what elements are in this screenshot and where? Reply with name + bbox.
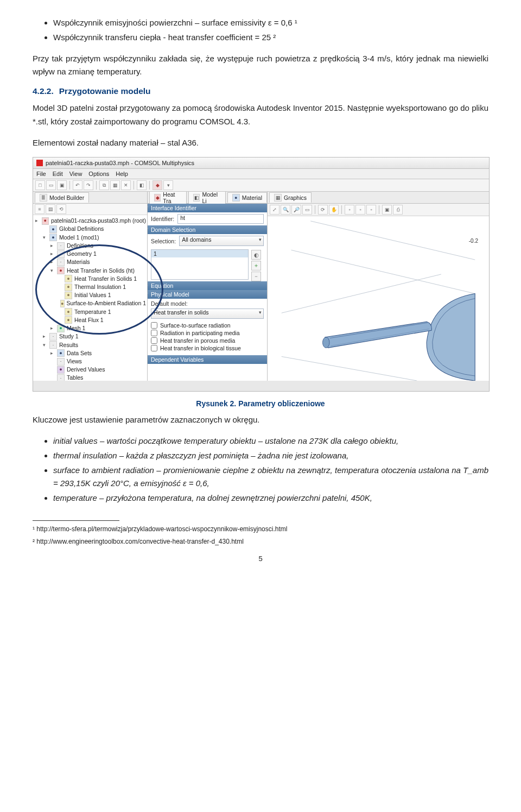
add-icon[interactable]: ＋ xyxy=(251,261,261,270)
domain-list[interactable]: 1 ◐ ＋ － ▦ xyxy=(151,249,249,280)
main-toolbar[interactable]: □ ▭ ▣ ↶ ↷ ⧉ ▦ ✕ ◧ ◆ ▾ xyxy=(33,179,489,192)
tb-redo-icon[interactable]: ↷ xyxy=(84,180,93,190)
default-model-dropdown[interactable]: Heat transfer in solids xyxy=(151,309,264,319)
graphics-viewport[interactable]: -0.2 xyxy=(268,216,489,381)
para-model-prep: Model 3D patelni został przygotowany za … xyxy=(33,102,488,129)
domain-list-item[interactable]: 1 xyxy=(151,250,248,257)
material-tab[interactable]: ●Material xyxy=(227,192,267,203)
tree-node[interactable]: ▾·Results xyxy=(35,341,146,349)
refresh-icon[interactable]: ⟲ xyxy=(56,204,66,214)
expand-icon[interactable]: ≡ xyxy=(35,204,45,214)
equation-header[interactable]: ▸Equation xyxy=(148,281,267,290)
print-icon[interactable]: ⎙ xyxy=(393,205,403,215)
physical-model-header[interactable]: ▾Physical Model xyxy=(148,290,267,299)
zoom-in-icon[interactable]: 🔍 xyxy=(281,205,290,215)
interface-id-header[interactable]: ▾Interface Identifier xyxy=(148,204,267,212)
tree-node[interactable]: ·Tables xyxy=(35,374,146,381)
view-yz-icon[interactable]: ▫ xyxy=(355,205,365,215)
tree-node-label: Global Definitions xyxy=(59,225,104,233)
zoom-extents-icon[interactable]: ⤢ xyxy=(270,205,279,215)
remove-icon[interactable]: － xyxy=(251,272,261,281)
tree-node-label: Heat Transfer in Solids (ht) xyxy=(67,267,135,275)
tb-physics-icon[interactable]: ◆ xyxy=(153,180,162,190)
graphics-toolbar[interactable]: ⤢ 🔍 🔎 ▭ ⟳ ✋ ▫ ▫ ▫ ▣ ⎙ xyxy=(268,204,489,216)
tree-node[interactable]: ●Heat Transfer in Solids 1 xyxy=(35,275,146,283)
physical-model-check[interactable]: Radiation in participating media xyxy=(151,329,264,337)
tree-node[interactable]: ▸·Study 1 xyxy=(35,332,146,341)
zoom-out-icon[interactable]: 🔎 xyxy=(291,205,301,215)
tree-node-icon: · xyxy=(57,250,65,258)
bullet-s2a-radiation: surface to ambient radiation – promienio… xyxy=(53,464,488,491)
tree-node[interactable]: ●Thermal Insulation 1 xyxy=(35,283,146,291)
model-tree[interactable]: ▸●patelnia01-raczka-pusta03.mph (root)●G… xyxy=(33,215,147,381)
checkbox[interactable] xyxy=(151,322,157,329)
pan-icon[interactable]: ✋ xyxy=(329,205,339,215)
physical-model-check[interactable]: Heat transfer in biological tissue xyxy=(151,344,264,352)
tree-node[interactable]: ●Temperature 1 xyxy=(35,308,146,316)
tb-dropdown-icon[interactable]: ▾ xyxy=(163,180,173,190)
dependent-vars-header[interactable]: ▸Dependent Variables xyxy=(148,355,267,364)
tree-node-label: Mesh 1 xyxy=(67,324,85,332)
tree-node[interactable]: ●Derived Values xyxy=(35,366,146,374)
tree-node[interactable]: ▸·Definitions xyxy=(35,242,146,250)
menu-bar[interactable]: File Edit View Options Help xyxy=(33,169,489,179)
right-panel-tabs: ▦Graphics xyxy=(268,192,489,204)
tree-node[interactable]: ·Views xyxy=(35,357,146,366)
menu-edit[interactable]: Edit xyxy=(53,171,63,177)
tree-node-icon: ● xyxy=(65,292,72,299)
snapshot-icon[interactable]: ▣ xyxy=(382,205,392,215)
tb-delete-icon[interactable]: ✕ xyxy=(121,180,131,190)
tb-model-icon[interactable]: ◧ xyxy=(137,180,147,190)
identifier-input[interactable]: ht xyxy=(177,214,264,224)
view-xy-icon[interactable]: ▫ xyxy=(345,205,354,215)
tree-node[interactable]: ▸·Geometry 1 xyxy=(35,250,146,258)
view-xz-icon[interactable]: ▫ xyxy=(366,205,376,215)
physical-model-check[interactable]: Surface-to-surface radiation xyxy=(151,322,264,329)
tree-node[interactable]: ▸●patelnia01-raczka-pusta03.mph (root) xyxy=(35,217,146,225)
tree-node-label: Study 1 xyxy=(59,332,79,341)
graphics-tab[interactable]: ▦Graphics xyxy=(269,192,312,203)
physical-model-check[interactable]: Heat transfer in porous media xyxy=(151,337,264,344)
graphics-panel: ▦Graphics ⤢ 🔍 🔎 ▭ ⟳ ✋ ▫ ▫ ▫ ▣ ⎙ xyxy=(268,192,489,381)
top-bullets: Współczynnik emisyjności powierzchni – s… xyxy=(33,16,488,45)
tb-undo-icon[interactable]: ↶ xyxy=(73,180,82,190)
tree-node[interactable]: ▸·Materials xyxy=(35,258,146,266)
activate-icon[interactable]: ◐ xyxy=(251,250,261,260)
tree-node-icon: ● xyxy=(65,284,72,291)
tree-node-label: patelnia01-raczka-pusta03.mph (root) xyxy=(51,217,146,225)
material-icon: ● xyxy=(232,194,240,202)
tree-node[interactable]: ●Heat Flux 1 xyxy=(35,316,146,324)
tree-node[interactable]: ▸●Data Sets xyxy=(35,349,146,357)
svg-line-1 xyxy=(291,250,475,294)
tree-node[interactable]: ▸●Mesh 1 xyxy=(35,324,146,332)
zoom-box-icon[interactable]: ▭ xyxy=(302,205,312,215)
tree-node-label: Heat Flux 1 xyxy=(74,316,104,324)
rotate-icon[interactable]: ⟳ xyxy=(318,205,328,215)
para-key-params: Kluczowe jest ustawienie parametrów zazn… xyxy=(33,413,488,427)
collapse-icon[interactable]: ▤ xyxy=(46,204,55,214)
tree-node-icon: ● xyxy=(57,267,65,274)
footnote-separator xyxy=(33,520,119,521)
menu-help[interactable]: Help xyxy=(116,171,128,177)
tree-node[interactable]: ●Initial Values 1 xyxy=(35,291,146,299)
menu-view[interactable]: View xyxy=(69,171,82,177)
tree-node[interactable]: ▾●Heat Transfer in Solids (ht) xyxy=(35,267,146,275)
tb-save-icon[interactable]: ▣ xyxy=(57,180,67,190)
checkbox[interactable] xyxy=(151,337,157,344)
tree-node[interactable]: ●Surface-to-Ambient Radiation 1 xyxy=(35,299,146,307)
tb-open-icon[interactable]: ▭ xyxy=(46,180,56,190)
left-mini-toolbar[interactable]: ≡ ▤ ⟲ xyxy=(33,204,147,215)
model-builder-tab[interactable]: ≣ Model Builder xyxy=(35,192,89,203)
domain-sel-header[interactable]: ▾Domain Selection xyxy=(148,225,267,234)
tb-paste-icon[interactable]: ▦ xyxy=(110,180,120,190)
tree-node[interactable]: ▾●Model 1 (mod1) xyxy=(35,234,146,242)
tb-new-icon[interactable]: □ xyxy=(35,180,45,190)
checkbox[interactable] xyxy=(151,345,157,351)
menu-options[interactable]: Options xyxy=(88,171,109,177)
selection-dropdown[interactable]: All domains xyxy=(179,236,264,246)
tb-copy-icon[interactable]: ⧉ xyxy=(99,180,109,190)
menu-file[interactable]: File xyxy=(36,171,46,177)
tree-node[interactable]: ●Global Definitions xyxy=(35,225,146,233)
tree-node-icon: · xyxy=(57,259,65,266)
checkbox[interactable] xyxy=(151,330,157,336)
